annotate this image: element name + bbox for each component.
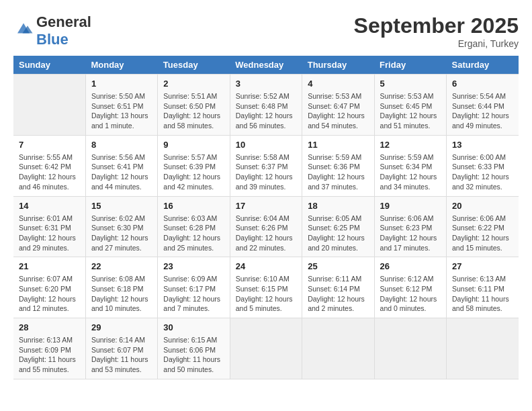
weekday-header-saturday: Saturday [447, 56, 519, 75]
calendar-cell [230, 318, 302, 379]
weekday-header-tuesday: Tuesday [158, 56, 230, 75]
calendar-cell: 21Sunrise: 6:07 AM Sunset: 6:20 PM Dayli… [13, 257, 85, 318]
week-row-3: 14Sunrise: 6:01 AM Sunset: 6:31 PM Dayli… [13, 196, 519, 257]
day-number: 14 [19, 201, 80, 211]
day-info: Sunrise: 6:13 AM Sunset: 6:11 PM Dayligh… [452, 274, 513, 314]
day-number: 29 [91, 322, 152, 332]
day-number: 13 [452, 140, 513, 150]
day-info: Sunrise: 6:05 AM Sunset: 6:25 PM Dayligh… [308, 214, 368, 253]
day-info: Sunrise: 6:15 AM Sunset: 6:06 PM Dayligh… [163, 335, 224, 375]
day-info: Sunrise: 5:52 AM Sunset: 6:48 PM Dayligh… [236, 91, 296, 131]
day-number: 2 [163, 79, 224, 89]
day-info: Sunrise: 5:53 AM Sunset: 6:47 PM Dayligh… [308, 91, 368, 131]
day-number: 19 [380, 201, 441, 211]
day-number: 11 [308, 140, 368, 150]
calendar-cell: 17Sunrise: 6:04 AM Sunset: 6:26 PM Dayli… [230, 196, 302, 257]
calendar-cell: 20Sunrise: 6:06 AM Sunset: 6:22 PM Dayli… [447, 196, 519, 257]
calendar-table: SundayMondayTuesdayWednesdayThursdayFrid… [13, 56, 519, 379]
calendar-cell: 5Sunrise: 5:53 AM Sunset: 6:45 PM Daylig… [374, 75, 446, 136]
calendar-cell: 18Sunrise: 6:05 AM Sunset: 6:25 PM Dayli… [302, 196, 374, 257]
day-number: 1 [91, 79, 152, 89]
calendar-cell [374, 318, 446, 379]
calendar-cell: 8Sunrise: 5:56 AM Sunset: 6:41 PM Daylig… [85, 135, 157, 196]
day-info: Sunrise: 5:58 AM Sunset: 6:37 PM Dayligh… [236, 152, 296, 192]
calendar-cell: 6Sunrise: 5:54 AM Sunset: 6:44 PM Daylig… [447, 75, 519, 136]
day-number: 5 [380, 79, 441, 89]
week-row-2: 7Sunrise: 5:55 AM Sunset: 6:42 PM Daylig… [13, 135, 519, 196]
calendar-cell: 3Sunrise: 5:52 AM Sunset: 6:48 PM Daylig… [230, 75, 302, 136]
calendar-cell: 25Sunrise: 6:11 AM Sunset: 6:14 PM Dayli… [302, 257, 374, 318]
day-info: Sunrise: 5:59 AM Sunset: 6:34 PM Dayligh… [380, 152, 441, 192]
calendar-cell: 22Sunrise: 6:08 AM Sunset: 6:18 PM Dayli… [85, 257, 157, 318]
day-info: Sunrise: 6:01 AM Sunset: 6:31 PM Dayligh… [19, 214, 80, 253]
week-row-5: 28Sunrise: 6:13 AM Sunset: 6:09 PM Dayli… [13, 318, 519, 379]
calendar-cell: 16Sunrise: 6:03 AM Sunset: 6:28 PM Dayli… [158, 196, 230, 257]
day-number: 30 [163, 322, 224, 332]
day-info: Sunrise: 5:57 AM Sunset: 6:39 PM Dayligh… [163, 152, 224, 192]
day-info: Sunrise: 5:53 AM Sunset: 6:45 PM Dayligh… [380, 91, 441, 131]
day-info: Sunrise: 6:08 AM Sunset: 6:18 PM Dayligh… [91, 274, 152, 314]
day-number: 6 [452, 79, 513, 89]
logo-text: General Blue [36, 13, 91, 48]
week-row-4: 21Sunrise: 6:07 AM Sunset: 6:20 PM Dayli… [13, 257, 519, 318]
calendar-cell: 24Sunrise: 6:10 AM Sunset: 6:15 PM Dayli… [230, 257, 302, 318]
day-number: 28 [19, 322, 80, 332]
day-number: 12 [380, 140, 441, 150]
calendar-cell [302, 318, 374, 379]
day-number: 16 [163, 201, 224, 211]
calendar-cell: 1Sunrise: 5:50 AM Sunset: 6:51 PM Daylig… [85, 75, 157, 136]
calendar-cell [447, 318, 519, 379]
day-number: 3 [236, 79, 296, 89]
day-info: Sunrise: 6:07 AM Sunset: 6:20 PM Dayligh… [19, 274, 80, 314]
day-number: 18 [308, 201, 368, 211]
day-number: 4 [308, 79, 368, 89]
weekday-header-thursday: Thursday [302, 56, 374, 75]
day-info: Sunrise: 6:04 AM Sunset: 6:26 PM Dayligh… [236, 214, 296, 253]
day-info: Sunrise: 6:09 AM Sunset: 6:17 PM Dayligh… [163, 274, 224, 314]
page-header: General Blue September 2025 Ergani, Turk… [13, 13, 519, 49]
calendar-cell: 15Sunrise: 6:02 AM Sunset: 6:30 PM Dayli… [85, 196, 157, 257]
day-info: Sunrise: 6:10 AM Sunset: 6:15 PM Dayligh… [236, 274, 296, 314]
day-info: Sunrise: 5:59 AM Sunset: 6:36 PM Dayligh… [308, 152, 368, 192]
calendar-cell: 4Sunrise: 5:53 AM Sunset: 6:47 PM Daylig… [302, 75, 374, 136]
weekday-header-monday: Monday [85, 56, 157, 75]
weekday-header-row: SundayMondayTuesdayWednesdayThursdayFrid… [13, 56, 519, 75]
calendar-cell: 28Sunrise: 6:13 AM Sunset: 6:09 PM Dayli… [13, 318, 85, 379]
day-number: 20 [452, 201, 513, 211]
calendar-cell: 7Sunrise: 5:55 AM Sunset: 6:42 PM Daylig… [13, 135, 85, 196]
calendar-cell: 26Sunrise: 6:12 AM Sunset: 6:12 PM Dayli… [374, 257, 446, 318]
day-number: 10 [236, 140, 296, 150]
day-number: 27 [452, 261, 513, 271]
calendar-cell: 2Sunrise: 5:51 AM Sunset: 6:50 PM Daylig… [158, 75, 230, 136]
day-info: Sunrise: 6:06 AM Sunset: 6:22 PM Dayligh… [452, 214, 513, 253]
location: Ergani, Turkey [354, 38, 519, 49]
calendar-cell: 10Sunrise: 5:58 AM Sunset: 6:37 PM Dayli… [230, 135, 302, 196]
day-number: 9 [163, 140, 224, 150]
week-row-1: 1Sunrise: 5:50 AM Sunset: 6:51 PM Daylig… [13, 75, 519, 136]
day-info: Sunrise: 5:55 AM Sunset: 6:42 PM Dayligh… [19, 152, 80, 192]
day-info: Sunrise: 5:56 AM Sunset: 6:41 PM Dayligh… [91, 152, 152, 192]
calendar-cell: 29Sunrise: 6:14 AM Sunset: 6:07 PM Dayli… [85, 318, 157, 379]
calendar-cell [13, 75, 85, 136]
calendar-cell: 27Sunrise: 6:13 AM Sunset: 6:11 PM Dayli… [447, 257, 519, 318]
day-number: 8 [91, 140, 152, 150]
day-info: Sunrise: 6:02 AM Sunset: 6:30 PM Dayligh… [91, 214, 152, 253]
month-title: September 2025 [354, 13, 519, 38]
weekday-header-sunday: Sunday [13, 56, 85, 75]
calendar-cell: 23Sunrise: 6:09 AM Sunset: 6:17 PM Dayli… [158, 257, 230, 318]
title-block: September 2025 Ergani, Turkey [354, 13, 519, 49]
day-info: Sunrise: 6:06 AM Sunset: 6:23 PM Dayligh… [380, 214, 441, 253]
day-info: Sunrise: 6:00 AM Sunset: 6:33 PM Dayligh… [452, 152, 513, 192]
calendar-cell: 9Sunrise: 5:57 AM Sunset: 6:39 PM Daylig… [158, 135, 230, 196]
day-number: 23 [163, 261, 224, 271]
calendar-cell: 13Sunrise: 6:00 AM Sunset: 6:33 PM Dayli… [447, 135, 519, 196]
day-info: Sunrise: 6:14 AM Sunset: 6:07 PM Dayligh… [91, 335, 152, 375]
calendar-cell: 14Sunrise: 6:01 AM Sunset: 6:31 PM Dayli… [13, 196, 85, 257]
day-number: 15 [91, 201, 152, 211]
day-info: Sunrise: 6:12 AM Sunset: 6:12 PM Dayligh… [380, 274, 441, 314]
day-number: 22 [91, 261, 152, 271]
calendar-cell: 19Sunrise: 6:06 AM Sunset: 6:23 PM Dayli… [374, 196, 446, 257]
logo-icon [13, 18, 34, 38]
weekday-header-wednesday: Wednesday [230, 56, 302, 75]
calendar-cell: 12Sunrise: 5:59 AM Sunset: 6:34 PM Dayli… [374, 135, 446, 196]
